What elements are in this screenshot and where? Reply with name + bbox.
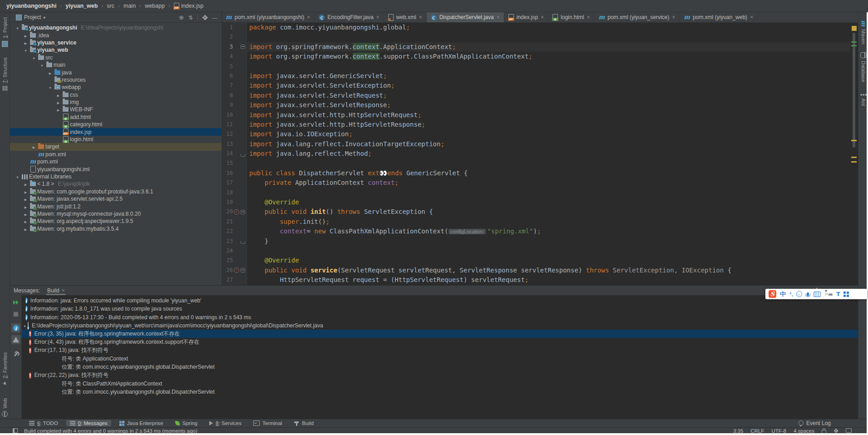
- build-settings-button[interactable]: [11, 350, 20, 359]
- tab-build[interactable]: Build: [47, 286, 65, 295]
- toolwindow-button-build[interactable]: Build: [290, 420, 317, 426]
- tree-expand-icon[interactable]: [23, 218, 29, 224]
- error-stripe-mark[interactable]: [851, 41, 857, 43]
- chinese-mode-icon[interactable]: 中: [780, 290, 786, 298]
- stripe-button-7-structure[interactable]: 7: Structure: [0, 53, 10, 95]
- code-line[interactable]: 3import org.springframework.context.Appl…: [222, 42, 850, 52]
- tree-expand-icon[interactable]: [47, 84, 53, 90]
- tree-row[interactable]: main: [10, 61, 222, 69]
- tab-web-xml[interactable]: web.xml: [384, 12, 427, 22]
- line-number[interactable]: 25: [222, 256, 233, 265]
- tree-row[interactable]: index.jsp: [10, 128, 222, 135]
- tree-expand-icon[interactable]: [23, 32, 29, 39]
- line-number[interactable]: 18: [222, 188, 233, 198]
- code-line[interactable]: 10import javax.servlet.http.HttpServletR…: [222, 110, 850, 120]
- close-tab-icon[interactable]: [750, 14, 753, 20]
- tree-expand-icon[interactable]: [23, 181, 29, 187]
- line-number[interactable]: 16: [222, 168, 233, 178]
- toolwindow-button-java-enterprise[interactable]: Java Enterprise: [116, 420, 167, 426]
- scrollbar-thumb[interactable]: [853, 33, 855, 148]
- line-number[interactable]: 8: [222, 91, 233, 100]
- code-line[interactable]: 15: [222, 158, 850, 168]
- tree-row[interactable]: < 1.8 >E:\javajdk\jdk: [10, 180, 222, 188]
- close-tab-icon[interactable]: [376, 14, 380, 20]
- code-line[interactable]: 7import javax.servlet.ServletException;: [222, 81, 850, 90]
- tree-row[interactable]: Maven: mysql:mysql-connector-java:8.0.20: [10, 210, 222, 218]
- skin-icon[interactable]: [836, 292, 840, 297]
- code-line[interactable]: 13import java.lang.reflect.InvocationTar…: [222, 139, 850, 149]
- status-message[interactable]: Build completed with 4 errors and 0 warn…: [24, 428, 197, 434]
- tree-expand-icon[interactable]: [31, 54, 37, 61]
- chevron-down-icon[interactable]: [43, 14, 45, 20]
- breadcrumb-item[interactable]: yiyuanbangongshi: [6, 3, 56, 9]
- message-row[interactable]: Error:(3, 35) java: 程序包org.springframewo…: [22, 330, 858, 338]
- code-line[interactable]: 9import javax.servlet.ServletResponse;: [222, 100, 850, 110]
- tree-row[interactable]: yiyuan_web: [10, 46, 222, 54]
- line-number[interactable]: 1: [222, 23, 233, 32]
- stop-build-button[interactable]: [11, 310, 20, 319]
- message-row[interactable]: Information: javac 1.8.0_171 was used to…: [22, 305, 858, 313]
- code-line[interactable]: 26 public void service(ServletRequest se…: [222, 266, 850, 275]
- user-count-icon[interactable]: 15: [824, 292, 833, 296]
- override-icon[interactable]: [234, 209, 239, 215]
- tree-row[interactable]: Maven: javax.servlet:servlet-api:2.5: [10, 195, 222, 203]
- tree-row[interactable]: yiyuanbangongshi.iml: [10, 165, 222, 173]
- tree-row[interactable]: External Libraries: [10, 173, 222, 180]
- tree-expand-icon[interactable]: [23, 203, 29, 210]
- rerun-build-button[interactable]: [11, 298, 20, 307]
- keyboard-icon[interactable]: [814, 292, 821, 297]
- tab-pom-xml-yiyuan-web-[interactable]: pom.xml (yiyuan_web): [680, 12, 758, 22]
- code-line[interactable]: 4import org.springframework.context.supp…: [222, 52, 850, 61]
- message-row[interactable]: 位置: 类 com.imocc.yiyuanbangongshi.global.…: [22, 388, 858, 396]
- code-line[interactable]: 6import javax.servlet.GenericServlet;: [222, 71, 850, 81]
- close-icon[interactable]: [62, 287, 65, 294]
- tab-index-jsp[interactable]: index.jsp: [504, 12, 548, 22]
- tree-row[interactable]: css: [10, 91, 222, 99]
- close-tab-icon[interactable]: [497, 14, 500, 20]
- line-number[interactable]: 24: [222, 246, 233, 256]
- tree-row[interactable]: Maven: com.google.protobuf:protobuf-java…: [10, 188, 222, 195]
- tree-expand-icon[interactable]: [47, 69, 53, 76]
- error-stripe-mark[interactable]: [851, 157, 857, 158]
- tree-row[interactable]: webapp: [10, 84, 222, 91]
- code-line[interactable]: 14import java.lang.reflect.Method;: [222, 149, 850, 158]
- line-number[interactable]: 27: [222, 275, 233, 285]
- code-line[interactable]: 22 context= new ClassPathXmlApplicationC…: [222, 227, 850, 236]
- tree-expand-icon[interactable]: [55, 92, 61, 98]
- code-line[interactable]: 21 super.init();: [222, 217, 850, 227]
- tree-expand-icon[interactable]: [23, 40, 29, 46]
- punctuation-icon[interactable]: °,: [789, 292, 793, 297]
- toolwindow-toggle-icon[interactable]: [13, 428, 18, 433]
- message-row[interactable]: Error:(4, 43) java: 程序包org.springframewo…: [22, 338, 858, 346]
- fold-marker-icon[interactable]: [241, 154, 245, 157]
- tree-row[interactable]: java: [10, 69, 222, 76]
- line-number[interactable]: 2: [222, 32, 233, 42]
- emoji-icon[interactable]: [796, 291, 802, 297]
- code-line[interactable]: 25 @Override: [222, 256, 850, 265]
- code-line[interactable]: 1package com.imocc.yiyuanbangongshi.glob…: [222, 23, 850, 32]
- message-row[interactable]: 符号: 类 ClassPathXmlApplicationContext: [22, 380, 858, 388]
- line-ending[interactable]: CRLF: [750, 428, 764, 434]
- tree-row[interactable]: target: [10, 143, 222, 150]
- tab-pom-xml-yiyuanbangongshi-[interactable]: pom.xml (yiyuanbangongshi): [222, 12, 315, 22]
- collapse-all-icon[interactable]: [188, 15, 193, 21]
- tree-row[interactable]: add.html: [10, 114, 222, 121]
- line-number[interactable]: 4: [222, 52, 233, 61]
- code-line[interactable]: 11import javax.servlet.http.HttpServletR…: [222, 120, 850, 129]
- toggle-info-button[interactable]: [11, 323, 20, 332]
- tree-expand-icon[interactable]: [23, 188, 29, 195]
- line-number[interactable]: 20: [222, 207, 233, 217]
- close-tab-icon[interactable]: [419, 14, 422, 20]
- line-number[interactable]: 23: [222, 237, 233, 246]
- fold-marker-icon[interactable]: [241, 210, 245, 214]
- fold-marker-icon[interactable]: [241, 44, 245, 49]
- tree-expand-icon[interactable]: [31, 143, 37, 150]
- toolwindow-button-0-messages[interactable]: 0: Messages: [66, 420, 111, 426]
- tree-row[interactable]: yiyuanbangongshiE:\IdeaProjects\yiyuanba…: [10, 24, 222, 31]
- tree-row[interactable]: login.html: [10, 136, 222, 143]
- tree-expand-icon[interactable]: [23, 47, 29, 53]
- code-line[interactable]: 12import java.io.IOException;: [222, 129, 850, 139]
- code-line[interactable]: 5: [222, 62, 850, 71]
- tree-expand-icon[interactable]: [55, 106, 61, 113]
- code-line[interactable]: 20 public void init() throws ServletExce…: [222, 207, 850, 217]
